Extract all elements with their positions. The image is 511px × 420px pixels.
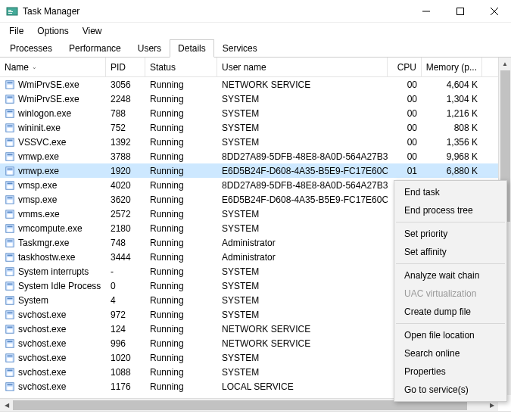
- svg-rect-64: [8, 344, 13, 347]
- svg-rect-15: [8, 110, 13, 112]
- svg-rect-24: [8, 154, 13, 155]
- cell-name: System interrupts: [0, 266, 106, 277]
- table-row[interactable]: WmiPrvSE.exe3056RunningNETWORK SERVICE00…: [0, 77, 511, 92]
- cell-name: svchost.exe: [0, 324, 106, 334]
- cell-name: wininit.exe: [0, 123, 106, 133]
- cell-user: NETWORK SERVICE: [217, 324, 388, 334]
- cell-name: vmsp.exe: [0, 194, 106, 205]
- cell-user: 8DD27A89-5DFB-48E8-8A0D-564A27B3...: [217, 151, 388, 162]
- cell-name: VSSVC.exe: [0, 137, 106, 148]
- col-memory[interactable]: Memory (p...: [422, 58, 482, 76]
- ctx-set-priority[interactable]: Set priority: [395, 225, 506, 243]
- table-row[interactable]: VSSVC.exe1392RunningSYSTEM001,356 K: [0, 135, 511, 149]
- cell-user: SYSTEM: [217, 123, 388, 133]
- svg-rect-31: [8, 185, 13, 188]
- cell-name: vmcompute.exe: [0, 223, 106, 234]
- table-row[interactable]: winlogon.exe788RunningSYSTEM001,216 K: [0, 106, 511, 120]
- svg-rect-45: [8, 254, 13, 256]
- tab-performance[interactable]: Performance: [61, 39, 129, 58]
- table-row[interactable]: wininit.exe752RunningSYSTEM00808 K: [0, 120, 511, 135]
- cell-pid: 1020: [106, 353, 145, 363]
- tab-strip: Processes Performance Users Details Serv…: [0, 39, 511, 58]
- minimize-button[interactable]: [409, 0, 443, 23]
- svg-rect-54: [8, 297, 13, 299]
- svg-rect-19: [8, 128, 13, 131]
- col-name[interactable]: Name⌄: [0, 58, 106, 76]
- table-row[interactable]: vmwp.exe3788Running8DD27A89-5DFB-48E8-8A…: [0, 149, 511, 163]
- cell-user: E6D5B24F-D608-4A35-B5E9-FC17E60C0...: [217, 166, 388, 176]
- svg-rect-36: [8, 211, 13, 213]
- tab-processes[interactable]: Processes: [2, 39, 61, 58]
- cell-cpu: 00: [388, 108, 422, 119]
- scroll-left-button[interactable]: ◀: [0, 399, 13, 412]
- tab-details[interactable]: Details: [170, 39, 214, 58]
- svg-rect-2: [8, 11, 13, 12]
- close-button[interactable]: [477, 0, 511, 23]
- cell-status: Running: [145, 79, 217, 90]
- ctx-search-online[interactable]: Search online: [395, 344, 506, 362]
- cell-status: Running: [145, 151, 217, 162]
- cell-status: Running: [145, 137, 217, 148]
- svg-rect-9: [8, 82, 13, 83]
- svg-rect-40: [8, 229, 13, 232]
- svg-rect-22: [8, 142, 13, 145]
- ctx-open-file-location[interactable]: Open file location: [395, 326, 506, 344]
- cell-status: Running: [145, 94, 217, 104]
- cell-user: SYSTEM: [217, 353, 388, 363]
- svg-rect-49: [8, 272, 13, 275]
- cell-status: Running: [145, 324, 217, 334]
- table-row[interactable]: WmiPrvSE.exe2248RunningSYSTEM001,304 K: [0, 92, 511, 106]
- sort-indicator-icon: ⌄: [32, 64, 37, 70]
- svg-rect-13: [8, 99, 13, 102]
- col-status[interactable]: Status: [145, 58, 217, 76]
- ctx-analyze-wait-chain[interactable]: Analyze wait chain: [395, 266, 506, 285]
- col-pid[interactable]: PID: [106, 58, 145, 76]
- maximize-button[interactable]: [443, 0, 477, 23]
- ctx-set-affinity[interactable]: Set affinity: [395, 243, 506, 261]
- svg-rect-43: [8, 243, 13, 246]
- cell-user: NETWORK SERVICE: [217, 338, 388, 349]
- status-bar: [0, 411, 511, 420]
- cell-user: NETWORK SERVICE: [217, 79, 388, 90]
- ctx-end-task[interactable]: End task: [395, 183, 506, 201]
- svg-rect-70: [8, 372, 13, 375]
- svg-rect-58: [8, 315, 13, 318]
- ctx-go-to-service[interactable]: Go to service(s): [395, 381, 506, 399]
- table-row[interactable]: vmwp.exe1920RunningE6D5B24F-D608-4A35-B5…: [0, 163, 511, 178]
- cell-user: E6D5B24F-D608-4A35-B5E9-FC17E60C: [217, 194, 388, 205]
- svg-rect-61: [8, 329, 13, 332]
- svg-rect-25: [8, 157, 13, 160]
- cell-status: Running: [145, 338, 217, 349]
- col-cpu[interactable]: CPU: [388, 58, 422, 76]
- menu-view[interactable]: View: [76, 24, 108, 38]
- cell-user: SYSTEM: [217, 209, 388, 219]
- menu-options[interactable]: Options: [31, 24, 74, 38]
- cell-name: Taskmgr.exe: [0, 238, 106, 248]
- svg-rect-51: [8, 283, 13, 285]
- tab-services[interactable]: Services: [214, 39, 266, 58]
- svg-rect-30: [8, 182, 13, 184]
- cell-memory: 808 K: [422, 123, 482, 133]
- svg-rect-60: [8, 326, 13, 328]
- ctx-properties[interactable]: Properties: [395, 362, 506, 381]
- cell-memory: 1,304 K: [422, 94, 482, 104]
- svg-rect-33: [8, 197, 13, 198]
- cell-cpu: 00: [388, 79, 422, 90]
- scroll-up-button[interactable]: ▲: [499, 58, 511, 70]
- svg-rect-67: [8, 358, 13, 361]
- svg-rect-3: [8, 13, 12, 14]
- ctx-create-dump-file[interactable]: Create dump file: [395, 303, 506, 321]
- tab-users[interactable]: Users: [129, 39, 170, 58]
- col-user[interactable]: User name: [217, 58, 388, 76]
- cell-name: WmiPrvSE.exe: [0, 79, 106, 90]
- cell-status: Running: [145, 123, 217, 133]
- cell-status: Running: [145, 194, 217, 205]
- cell-pid: 748: [106, 238, 145, 248]
- cell-user: SYSTEM: [217, 310, 388, 320]
- menu-file[interactable]: File: [3, 24, 30, 38]
- cell-name: System: [0, 295, 106, 306]
- cell-pid: 788: [106, 108, 145, 119]
- cell-cpu: 00: [388, 137, 422, 148]
- svg-rect-1: [8, 10, 11, 11]
- ctx-end-process-tree[interactable]: End process tree: [395, 201, 506, 219]
